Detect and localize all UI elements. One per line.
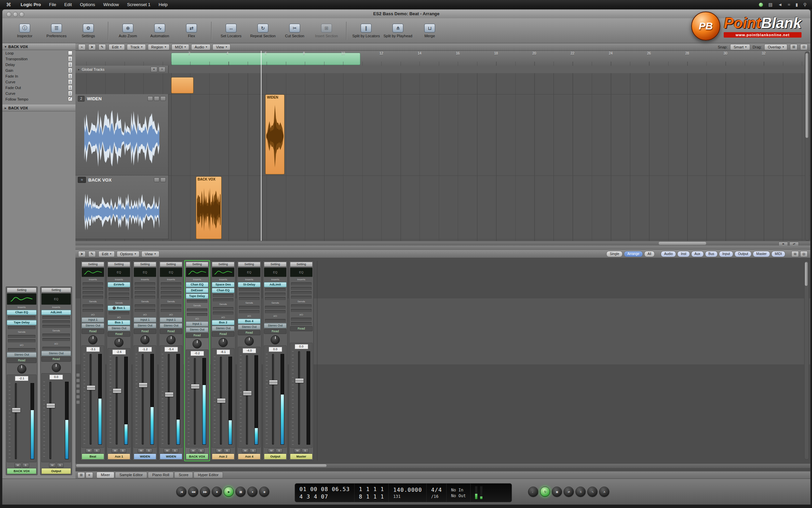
tab-hyper-editor[interactable]: Hyper Editor — [194, 472, 223, 478]
insert-slot-empty[interactable] — [109, 288, 129, 291]
mute-button[interactable]: M — [216, 448, 223, 453]
strip-setting-button[interactable]: Setting — [186, 262, 208, 267]
channel-strip-output[interactable]: SettingEQInsertsAdLimitSendsI/OStereo Ou… — [40, 287, 72, 475]
toolbar-button-inspector[interactable]: ⓘInspector — [10, 24, 40, 38]
param-stepper[interactable]: ▴▾ — [68, 62, 72, 67]
mixer-horizontal-scrollbar[interactable] — [75, 463, 810, 468]
toolbar-button-split-by-playhead[interactable]: ⋔Split by Playhead — [383, 24, 413, 38]
strip-setting-button[interactable]: Setting — [238, 262, 261, 267]
display-icon[interactable]: ▤ — [768, 2, 772, 7]
volume-value[interactable]: 0.0 — [269, 347, 282, 352]
insert-slot[interactable]: Tape Delay — [7, 320, 37, 325]
record-button[interactable]: ● — [247, 487, 257, 497]
insert-slot[interactable]: Space Des — [212, 282, 234, 287]
input-slot[interactable]: Input 1 — [186, 321, 208, 326]
eq-display[interactable]: EQ — [238, 268, 261, 277]
battery-icon[interactable]: ▮ — [795, 2, 798, 7]
arrange-vertical-scrollbar[interactable] — [805, 51, 810, 240]
arrange-menu-midi[interactable]: MIDI▾ — [172, 44, 189, 50]
input-slot-empty[interactable] — [291, 318, 312, 321]
insert-slot-empty[interactable] — [161, 296, 181, 299]
track-lanes[interactable] — [75, 73, 810, 241]
mixer-view-arrange[interactable]: Arrange — [624, 251, 643, 257]
eq-display[interactable]: EQ — [108, 268, 130, 277]
solo-button[interactable]: S — [172, 448, 178, 453]
solo-button[interactable]: S — [250, 448, 256, 453]
channel-strip-widen[interactable]: SettingEQInsertsSendsI/OInput 1Stereo Ou… — [159, 261, 183, 461]
region-parameters-header[interactable]: ▾ BACK VOX — [2, 43, 75, 50]
mixer-filter-audio[interactable]: Audio — [661, 251, 676, 257]
insert-slot-empty[interactable] — [135, 287, 155, 290]
param-checkbox[interactable] — [68, 51, 72, 55]
volume-fader[interactable] — [113, 388, 121, 393]
solo-button[interactable]: S — [93, 448, 100, 453]
forward-button[interactable]: ▶▶ — [200, 487, 210, 497]
volume-value[interactable]: -3.1 — [86, 347, 100, 352]
eq-display[interactable]: EQ — [41, 293, 71, 305]
toolbar-button-settings[interactable]: ⚙Settings — [73, 24, 103, 38]
send-slot-empty[interactable] — [161, 309, 181, 312]
menu-options[interactable]: Options — [76, 0, 99, 9]
mixer-menu-view[interactable]: View▾ — [141, 251, 159, 257]
replace-button[interactable]: ⇄ — [564, 487, 574, 497]
channel-strip-widen[interactable]: SettingEQInsertsSendsI/OInput 1Stereo Ou… — [133, 261, 157, 461]
output-slot[interactable]: Stereo Out — [108, 326, 130, 331]
solo-button[interactable]: S — [198, 448, 204, 453]
strip-name[interactable]: BACK VOX — [7, 468, 37, 474]
strip-name[interactable]: BACK VOX — [186, 453, 208, 460]
param-stepper[interactable]: ▴▾ — [68, 73, 72, 79]
volume-fader[interactable] — [295, 378, 304, 383]
record-enable-button[interactable] — [148, 96, 153, 101]
pencil-tool-icon[interactable]: ✎ — [88, 251, 96, 257]
play-button[interactable]: ▶ — [224, 487, 234, 497]
menu-edit[interactable]: Edit — [60, 0, 76, 9]
insert-slot-empty[interactable] — [42, 320, 70, 323]
solo-button[interactable]: S — [22, 463, 29, 468]
insert-slot[interactable]: AdLimit — [264, 282, 287, 287]
mixer-filter-aux[interactable]: Aux — [691, 251, 704, 257]
send-slot-empty[interactable] — [8, 339, 36, 342]
input-slot-empty[interactable] — [265, 319, 286, 322]
output-slot-empty[interactable] — [291, 322, 312, 325]
track-header-widen[interactable]: 2 WIDEN — [75, 94, 168, 175]
insert-slot-empty[interactable] — [8, 326, 36, 329]
mixer-filter-bus[interactable]: Bus — [705, 251, 718, 257]
eq-display[interactable]: EQ — [264, 268, 287, 277]
tab-score[interactable]: Score — [174, 472, 193, 478]
insert-slot-empty[interactable] — [291, 287, 312, 290]
strip-name[interactable]: Aux 1 — [108, 453, 130, 460]
insert-slot-empty[interactable] — [239, 297, 260, 300]
send-slot-empty[interactable] — [239, 310, 260, 313]
send-slot-empty[interactable] — [8, 335, 36, 338]
toolbar-button-preferences[interactable]: ☰Preferences — [42, 24, 71, 38]
drag-menu[interactable]: Overlap▾ — [764, 44, 787, 50]
window-titlebar[interactable]: ES2 Bass Demo: Beat - Arrange — [2, 9, 810, 19]
insert-slot-empty[interactable] — [213, 294, 233, 297]
mixer-filter-output[interactable]: Output — [735, 251, 751, 257]
insert-slot-empty[interactable] — [109, 297, 129, 300]
insert-slot-empty[interactable] — [265, 293, 286, 296]
pan-knob[interactable] — [88, 335, 97, 344]
insert-slot-empty[interactable] — [83, 287, 103, 290]
send-slot-empty[interactable] — [161, 304, 181, 308]
rewind-button[interactable]: ◀◀ — [188, 487, 198, 497]
automation-mode-slot[interactable]: Read — [290, 326, 313, 331]
send-slot-empty[interactable] — [109, 312, 129, 315]
insert-slot[interactable]: AdLimit — [41, 310, 71, 315]
strip-name[interactable]: WIDEN — [160, 453, 182, 460]
eq-display[interactable] — [186, 268, 208, 277]
insert-slot[interactable]: Tape Delay — [186, 294, 208, 299]
channel-strip-back-vox[interactable]: SettingInsertsChan EQTape DelaySendsI/OS… — [6, 287, 38, 475]
param-stepper[interactable]: ▴▾ — [68, 68, 72, 73]
insert-slot[interactable]: Chan EQ — [7, 310, 37, 315]
menu-file[interactable]: File — [45, 0, 60, 9]
transport-lcd[interactable]: 01 00 08 06.53 4 3 4 07 1 1 1 1 8 1 1 1 … — [295, 483, 512, 502]
mixer-filter-input[interactable]: Input — [719, 251, 733, 257]
apple-menu-icon[interactable]: ⌘ — [6, 2, 11, 8]
insert-slot-empty[interactable] — [213, 298, 233, 301]
output-slot[interactable]: Stereo Out — [264, 323, 287, 328]
solo-button[interactable]: S — [119, 448, 126, 453]
strip-component-toggles[interactable] — [76, 373, 80, 404]
mute-button[interactable] — [154, 96, 159, 101]
bar-ruler[interactable]: 2468101214161820222426283032 — [75, 51, 810, 66]
